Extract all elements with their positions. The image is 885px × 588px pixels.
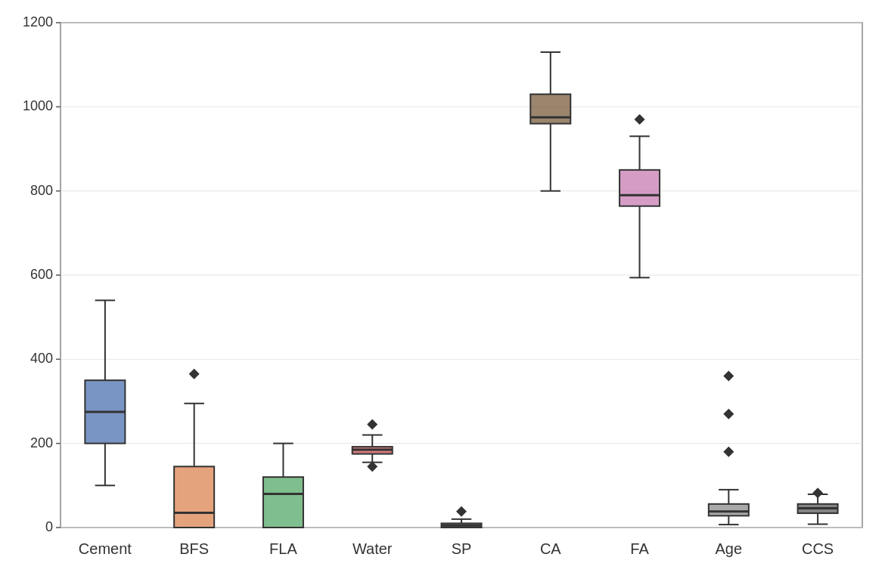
svg-rect-72 <box>620 170 660 206</box>
svg-text:0: 0 <box>45 519 53 534</box>
svg-text:Water: Water <box>352 540 393 557</box>
box-plot-chart: 020040060080010001200CementBFSFLAWaterSP… <box>0 0 885 588</box>
svg-text:600: 600 <box>30 267 53 282</box>
svg-text:Cement: Cement <box>79 540 132 557</box>
svg-text:FLA: FLA <box>269 540 297 557</box>
svg-text:1000: 1000 <box>23 98 53 113</box>
svg-text:800: 800 <box>30 183 53 198</box>
svg-text:Age: Age <box>716 540 743 557</box>
svg-text:CCS: CCS <box>802 540 834 557</box>
svg-text:BFS: BFS <box>179 540 209 557</box>
svg-text:400: 400 <box>30 351 53 366</box>
svg-rect-33 <box>174 466 214 528</box>
svg-text:1200: 1200 <box>23 14 53 29</box>
svg-text:SP: SP <box>452 540 472 557</box>
svg-rect-41 <box>263 477 303 528</box>
chart-container: 020040060080010001200CementBFSFLAWaterSP… <box>0 0 885 588</box>
svg-rect-80 <box>709 504 749 516</box>
svg-text:CA: CA <box>540 540 561 557</box>
svg-rect-65 <box>530 94 570 124</box>
svg-text:FA: FA <box>630 540 649 557</box>
svg-text:200: 200 <box>30 435 53 450</box>
